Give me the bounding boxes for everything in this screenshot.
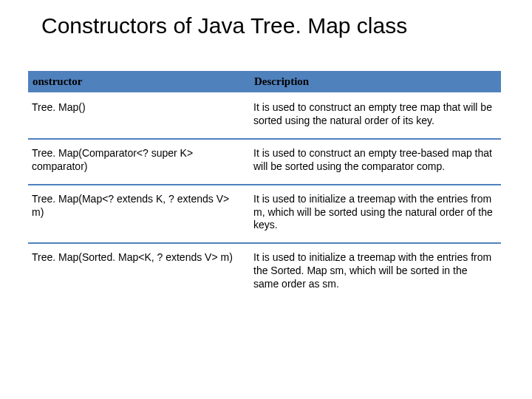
table-row: Tree. Map(Sorted. Map<K, ? extends V> m)… [28, 243, 501, 301]
desc-cell: It is used to initialize a treemap with … [250, 243, 501, 301]
table-row: Tree. Map(Comparator<? super K> comparat… [28, 139, 501, 185]
desc-cell: It is used to construct an empty tree ma… [250, 93, 501, 139]
table-row: Tree. Map(Map<? extends K, ? extends V> … [28, 185, 501, 244]
desc-cell: It is used to initialize a treemap with … [250, 185, 501, 244]
desc-cell: It is used to construct an empty tree-ba… [250, 139, 501, 185]
table-header-row: onstructor Description [28, 71, 501, 93]
table-row: Tree. Map() It is used to construct an e… [28, 93, 501, 139]
page-title: Constructors of Java Tree. Map class [0, 0, 532, 38]
ctor-cell: Tree. Map(Map<? extends K, ? extends V> … [28, 185, 250, 244]
ctor-cell: Tree. Map() [28, 93, 250, 139]
header-constructor: onstructor [28, 71, 250, 93]
ctor-cell: Tree. Map(Sorted. Map<K, ? extends V> m) [28, 243, 250, 301]
ctor-cell: Tree. Map(Comparator<? super K> comparat… [28, 139, 250, 185]
constructors-table: onstructor Description Tree. Map() It is… [28, 71, 501, 301]
header-description: Description [250, 71, 501, 93]
